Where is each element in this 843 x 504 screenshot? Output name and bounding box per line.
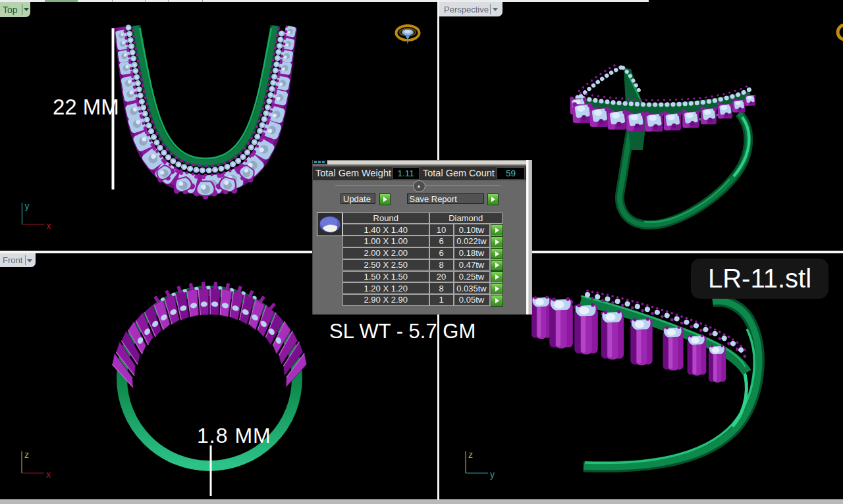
svg-text:z: z <box>468 449 473 460</box>
svg-text:y: y <box>490 469 495 480</box>
svg-text:z: z <box>24 449 29 460</box>
svg-text:x: x <box>47 220 51 231</box>
svg-text:x: x <box>46 469 51 480</box>
svg-text:y: y <box>25 201 30 211</box>
